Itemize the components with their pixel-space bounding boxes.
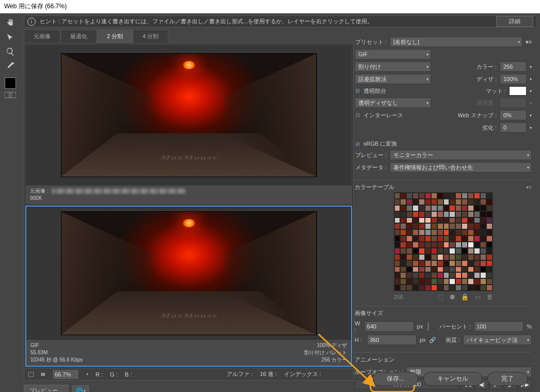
colortable-title: カラーテーブル	[355, 183, 394, 191]
imagesize-title: 画像サイズ	[355, 309, 383, 317]
status-bar: ▮▮ ▾ R : G : B : アルファ : 16 進 : インデックス :	[24, 368, 354, 381]
ct-lock-icon[interactable]: 🔒	[461, 293, 469, 301]
px-unit2: px	[420, 337, 426, 343]
save-button[interactable]: 保存...	[373, 372, 418, 386]
hint-bar: i ヒント : アセットをより速く書き出すには、ファイル／書き出し／書き出し形式…	[24, 15, 537, 27]
format-select[interactable]: GIF▾	[355, 49, 431, 59]
colortable-count: 256	[394, 294, 403, 300]
preview-image-original: MaxMouse	[61, 54, 316, 177]
color-table[interactable]	[394, 192, 493, 291]
toggle-slices-icon[interactable]	[28, 372, 34, 377]
websnap-select[interactable]: 0%	[500, 110, 527, 120]
preview-profile-select[interactable]: モニターカラー▾	[390, 150, 532, 160]
lossy-label: 劣化 :	[482, 124, 497, 132]
quality-label: 画質 :	[446, 336, 460, 344]
hex-label: 16 進 :	[260, 370, 276, 378]
opt-colors: 256 カラー	[304, 356, 347, 364]
tab-2up[interactable]: 2 分割	[97, 29, 133, 43]
opt-dither: 100% ディザ	[304, 342, 347, 349]
slice-visibility-toggle[interactable]	[5, 92, 16, 98]
info-icon: i	[27, 18, 36, 26]
tab-optimized[interactable]: 最適化	[60, 29, 97, 43]
zoom-tool[interactable]	[3, 45, 18, 58]
srgb-checkbox[interactable]: ✓sRGB に変換	[355, 140, 397, 148]
preview-profile-label: プレビュー :	[355, 151, 387, 159]
browser-preview-button[interactable]: プレビュー...	[24, 385, 68, 392]
g-label: G :	[110, 371, 118, 378]
colortable-menu-icon[interactable]: ▾≡	[526, 184, 532, 190]
details-button[interactable]: 詳細	[496, 16, 533, 27]
preview-image-optimized: MaxMouse	[61, 212, 316, 335]
trans-amount-label: 適用量 :	[434, 99, 497, 107]
ct-new-icon[interactable]: ▭	[475, 293, 481, 301]
index-label: インデックス :	[284, 370, 321, 378]
w-label: W :	[355, 320, 361, 333]
opt-time: 10345 秒 @ 56.6 Kbps	[30, 356, 83, 364]
preview-pane-optimized[interactable]: MaxMouse GIF 55.83M 10345 秒 @ 56.6 Kbps …	[25, 206, 352, 367]
constrain-link-icon[interactable]: ]	[426, 322, 430, 331]
color-reduction-select[interactable]: 割り付け▾	[355, 61, 431, 72]
view-tabs: 元画像 最適化 2 分割 4 分割	[24, 29, 354, 43]
matte-label: マット :	[389, 87, 506, 95]
ct-delete-icon[interactable]: 🗑	[487, 293, 493, 301]
zoom-input[interactable]	[52, 369, 79, 380]
preset-label: プリセット :	[355, 38, 387, 46]
quality-select[interactable]: バイキュービック法▾	[463, 335, 532, 345]
metadata-select[interactable]: 著作権情報および問い合わせ先▾	[390, 162, 532, 173]
percent-input[interactable]	[474, 321, 523, 332]
percent-label: パーセント :	[439, 323, 471, 331]
opt-size: 55.83M	[30, 349, 83, 356]
hint-text: ヒント : アセットをより速く書き出すには、ファイル／書き出し／書き出し形式..…	[40, 18, 492, 25]
preview-area: MaxMouse 元画像 : 900K	[24, 43, 354, 368]
tab-4up[interactable]: 4 分割	[133, 29, 168, 43]
colors-select[interactable]: 256	[500, 61, 527, 72]
preview-browser-menu[interactable]: 🌐▾	[72, 385, 89, 393]
orig-size: 900K	[30, 195, 186, 202]
globe-icon: 🌐	[76, 387, 83, 392]
percent-unit: %	[527, 323, 532, 330]
opt-format: GIF	[30, 342, 83, 349]
tab-original[interactable]: 元画像	[24, 29, 60, 43]
status-stepper-icon: ▮▮	[41, 372, 45, 377]
ct-locate-icon[interactable]: ⬚	[438, 293, 443, 301]
matte-color-swatch[interactable]	[509, 86, 527, 96]
h-label: H :	[355, 337, 364, 343]
colors-label: カラー :	[434, 63, 497, 71]
width-input[interactable]	[364, 321, 414, 332]
transparency-checkbox[interactable]: ✓透明部分	[355, 87, 386, 95]
cancel-button[interactable]: キャンセル	[423, 372, 482, 386]
zoom-caret-icon[interactable]: ▾	[86, 372, 88, 377]
titlebar: Web 用に保存 (66.7%)	[0, 0, 540, 13]
orig-label: 元画像 :	[30, 187, 49, 195]
height-input[interactable]	[367, 335, 417, 345]
ct-shift-icon[interactable]: ⬢	[450, 293, 455, 301]
dither-amount-select[interactable]: 100%	[500, 74, 527, 84]
metadata-label: メタデータ :	[355, 164, 387, 171]
preview-pane-original[interactable]: MaxMouse 元画像 : 900K	[25, 44, 352, 205]
eyedropper-tool[interactable]	[3, 60, 18, 72]
eyedropper-color-swatch[interactable]	[5, 77, 16, 89]
dither-label: ディザ :	[434, 75, 497, 83]
websnap-label: Web スナップ :	[406, 112, 497, 119]
lossy-select[interactable]: 0	[500, 122, 527, 133]
b-label: B :	[125, 371, 132, 378]
px-unit: px	[417, 323, 423, 330]
dither-method-select[interactable]: 誤差拡散法▾	[355, 74, 431, 84]
interlaced-checkbox[interactable]: インターレース	[355, 112, 403, 119]
preset-menu-icon[interactable]: ▾≡	[526, 39, 532, 45]
preset-select[interactable]: [名前なし]▾	[390, 37, 522, 47]
r-label: R :	[96, 371, 103, 378]
slice-select-tool[interactable]	[3, 31, 18, 43]
left-toolbar	[0, 13, 21, 392]
orig-filename-blurred	[52, 189, 186, 194]
done-button[interactable]: 完了	[487, 372, 528, 386]
window-title: Web 用に保存 (66.7%)	[4, 2, 67, 11]
opt-method: 割り付け パレット	[304, 349, 347, 356]
animation-title: アニメーション	[355, 356, 394, 364]
hand-tool[interactable]	[3, 17, 18, 29]
trans-amount-value	[500, 98, 527, 108]
alpha-label: アルファ :	[227, 370, 252, 378]
transparency-dither-select[interactable]: 透明ディザなし▾	[355, 98, 431, 108]
